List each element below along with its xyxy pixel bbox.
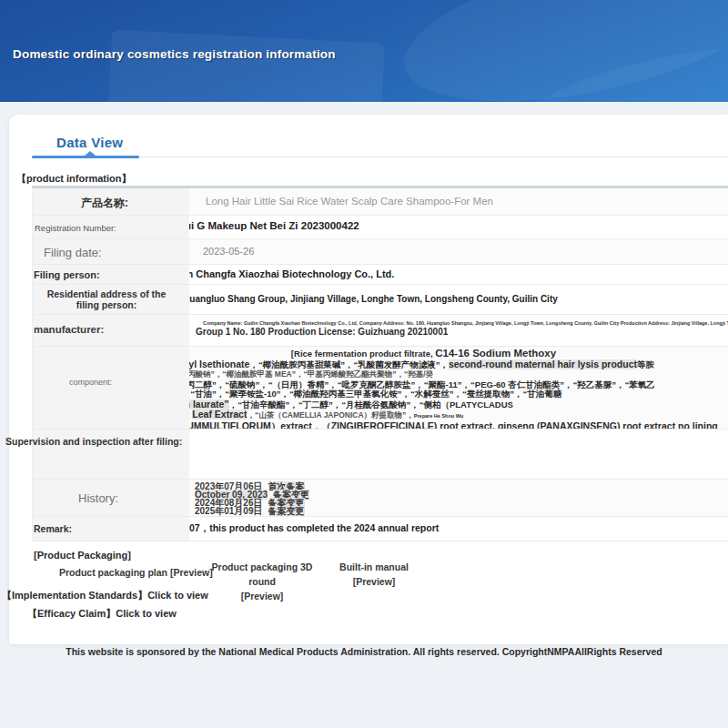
packaging-3d-label: Product packaging 3D round [203, 560, 321, 589]
table-row-history: History: 2023年07月06日首次备案 October 09, 202… [33, 480, 728, 517]
footer-copyright: This website is sponsored by the Nationa… [0, 646, 728, 657]
packaging-3d-item: Product packaging 3D round [Preview] [203, 560, 321, 603]
tab-caret-icon [85, 151, 96, 156]
implementation-standards-view-link[interactable]: Click to view [147, 590, 208, 601]
remark-value: 2025-03-07，this product has completed th… [189, 522, 439, 535]
history-label: History: [78, 491, 118, 505]
packaging-manual-label: Built-in manual [329, 560, 419, 574]
table-row-filing-person: Filing person: Guilin Changfa Xiaozhai B… [33, 265, 728, 285]
table-row-product-name: 产品名称: Long Hair Little Sai Rice Water Sc… [33, 188, 728, 216]
history-value: 2023年07月06日首次备案 October 09, 2023备案变更 202… [195, 482, 309, 515]
packaging-plan-item: Product packaging plan [Preview] [59, 567, 213, 578]
manufacturer-license: Group 1 No. 180 Production License: Guiz… [196, 327, 448, 337]
content-card: Data View 【product information】 产品名称: Lo… [9, 115, 728, 644]
tab-data-view[interactable]: Data View [56, 135, 123, 150]
header-decoration [106, 29, 385, 102]
table-row-supervision: Supervision and inspection after filing: [33, 430, 728, 480]
table-row-remark: Remark: 2025-03-07，this product has comp… [33, 517, 728, 541]
table-row-residential-address: Residential address of the filing person… [33, 285, 728, 315]
page-title: Domestic ordinary cosmetics registration… [13, 47, 336, 61]
packaging-manual-item: Built-in manual [Preview] [329, 560, 419, 589]
product-info-table: 产品名称: Long Hair Little Sai Rice Water Sc… [32, 186, 728, 541]
filing-date-label: Filing date: [44, 246, 102, 259]
component-label: component: [69, 378, 112, 387]
table-row-manufacturer: manufacturer: Company Name: Guilin Chang… [33, 315, 728, 347]
registration-number-label: Registration Number: [35, 223, 116, 233]
manufacturer-detail: Company Name: Guilin Changfa Xiaohan Bio… [203, 320, 728, 326]
component-value: [Rice fermentation product filtrate, C14… [189, 349, 722, 429]
page-header-banner: Domestic ordinary cosmetics registration… [0, 0, 728, 102]
tab-active-underline [32, 156, 139, 158]
table-row-registration-number: Registration Number: Gui G Makeup Net Be… [33, 216, 728, 239]
registration-number-value: Gui G Makeup Net Bei Zi 2023000422 [189, 220, 359, 231]
efficacy-claim-view-link[interactable]: Click to view [116, 608, 177, 619]
packaging-3d-preview-link[interactable]: [Preview] [203, 589, 321, 603]
implementation-standards-label: 【Implementation Standards】 [2, 590, 147, 601]
filing-date-value: 2023-05-26 [203, 246, 254, 257]
product-packaging-section-title: [Product Packaging] [34, 550, 131, 561]
section-title-product-information: 【product information】 [16, 172, 132, 186]
remark-label: Remark: [34, 523, 72, 534]
implementation-standards-row: 【Implementation Standards】Click to view [2, 589, 208, 602]
residential-address-value: No. 180, Huangluo Shang Group, Jinjiang … [189, 294, 558, 304]
packaging-manual-preview-link[interactable]: [Preview] [329, 574, 419, 589]
filing-person-label: Filing person: [34, 269, 100, 280]
packaging-plan-label: Product packaging plan [59, 567, 167, 578]
product-name-label: 产品名称: [81, 196, 128, 211]
residential-address-label: Residential address of the filing person… [38, 288, 175, 310]
supervision-label: Supervision and inspection after filing: [5, 436, 182, 447]
product-name-value: Long Hair Little Sai Rice Water Scalp Ca… [206, 196, 493, 207]
table-row-filing-date: Filing date: 2023-05-26 [33, 239, 728, 265]
efficacy-claim-row: 【Efficacy Claim】Click to view [27, 607, 177, 621]
efficacy-claim-label: 【Efficacy Claim】 [27, 608, 116, 619]
manufacturer-label: manufacturer: [34, 324, 104, 335]
table-row-component: component: [Rice fermentation product fi… [33, 347, 728, 430]
history-entry: 2025年01月09日备案变更 [195, 507, 309, 515]
tab-divider-line [139, 157, 728, 157]
filing-person-value: Guilin Changfa Xiaozhai Biotechnology Co… [189, 268, 394, 279]
